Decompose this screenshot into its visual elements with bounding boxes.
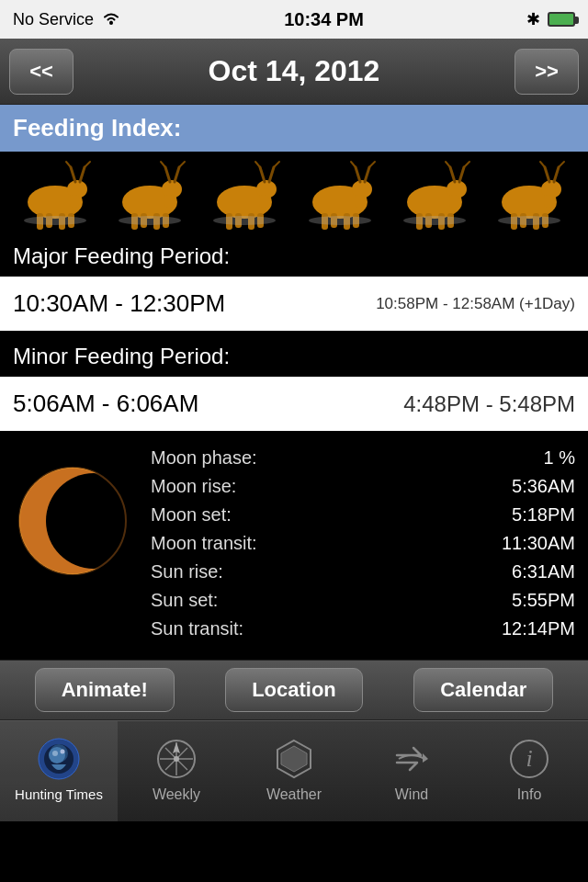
calendar-button[interactable]: Calendar (413, 668, 553, 712)
svg-line-22 (161, 162, 165, 167)
major-period-label: Major Feeding Period: (0, 234, 588, 273)
prev-button[interactable]: << (9, 49, 74, 95)
weather-icon (270, 735, 318, 783)
info-icon: i (505, 735, 553, 783)
tab-wind[interactable]: Wind (353, 721, 470, 821)
svg-point-12 (24, 216, 86, 225)
svg-rect-15 (164, 195, 174, 208)
svg-point-85 (61, 750, 65, 754)
major-period-secondary: 10:58PM - 12:58AM (+1Day) (376, 295, 575, 313)
sun-rise-label: Sun rise: (151, 561, 223, 582)
svg-point-92 (174, 756, 179, 762)
moon-phase-value: 1 % (544, 447, 575, 469)
status-bar: No Service 10:34 PM ✱ (0, 0, 588, 39)
svg-line-69 (554, 167, 559, 182)
sun-set-label: Sun set: (151, 590, 218, 611)
next-button[interactable]: >> (514, 49, 579, 95)
svg-point-36 (213, 216, 276, 225)
deer-icon-3 (205, 156, 288, 230)
status-time: 10:34 PM (284, 9, 364, 30)
moon-transit-label: Moon transit: (151, 533, 257, 554)
svg-line-34 (255, 162, 260, 167)
major-period-box: 10:30AM - 12:30PM 10:58PM - 12:58AM (+1D… (0, 277, 588, 331)
svg-line-20 (165, 167, 170, 182)
svg-rect-63 (544, 195, 553, 208)
deer-icon-6 (490, 156, 572, 230)
nav-title: Oct 14, 2012 (209, 54, 380, 88)
moon-transit-row: Moon transit: 11:30AM (151, 533, 575, 554)
svg-line-35 (274, 162, 279, 167)
feeding-index-bar: Feeding Index: (0, 105, 588, 152)
svg-point-78 (19, 468, 126, 574)
minor-period-secondary: 4:48PM - 5:48PM (403, 391, 575, 417)
moon-rise-label: Moon rise: (151, 476, 236, 497)
tab-info-label: Info (517, 786, 542, 803)
svg-point-60 (403, 216, 466, 225)
svg-line-46 (351, 162, 356, 167)
svg-rect-27 (259, 195, 268, 208)
deer-row (0, 152, 588, 234)
astro-section: Moon phase: 1 % Moon rise: 5:36AM Moon s… (0, 435, 588, 660)
sun-set-row: Sun set: 5:55PM (151, 590, 575, 611)
animate-button[interactable]: Animate! (35, 668, 175, 712)
sun-rise-value: 6:31AM (512, 561, 575, 582)
svg-point-48 (309, 216, 371, 225)
deer-icon-4 (300, 156, 383, 230)
moon-phase-label: Moon phase: (151, 447, 257, 469)
tab-weather[interactable]: Weather (235, 721, 353, 821)
svg-line-71 (559, 162, 564, 167)
nav-bar: << Oct 14, 2012 >> (0, 39, 588, 105)
sun-set-value: 5:55PM (512, 590, 575, 611)
moon-set-row: Moon set: 5:18PM (151, 504, 575, 526)
tab-info[interactable]: i Info (470, 721, 588, 821)
moon-crescent-svg (13, 447, 132, 594)
svg-line-23 (179, 162, 185, 167)
moon-set-label: Moon set: (151, 504, 232, 526)
svg-rect-51 (449, 195, 458, 208)
svg-line-44 (356, 167, 360, 182)
tab-weather-label: Weather (266, 786, 322, 803)
svg-line-11 (85, 162, 90, 167)
sun-transit-label: Sun transit: (151, 618, 243, 639)
svg-line-9 (80, 167, 85, 182)
svg-line-70 (540, 162, 545, 167)
svg-line-58 (446, 162, 450, 167)
moon-set-value: 5:18PM (512, 504, 575, 526)
svg-line-21 (175, 167, 179, 182)
sun-transit-value: 12:14PM (502, 618, 575, 639)
deer-icon-2 (110, 156, 193, 230)
battery-icon (548, 12, 575, 27)
moon-image (13, 447, 132, 594)
toolbar: Animate! Location Calendar (0, 660, 588, 720)
major-period-primary: 10:30AM - 12:30PM (13, 289, 225, 318)
moon-rise-row: Moon rise: 5:36AM (151, 476, 575, 497)
wind-icon (388, 735, 435, 783)
svg-point-24 (119, 216, 181, 225)
moon-transit-value: 11:30AM (502, 533, 575, 554)
minor-period-primary: 5:06AM - 6:06AM (13, 390, 198, 418)
svg-line-45 (365, 167, 369, 182)
weekly-icon (153, 735, 200, 783)
tab-hunting-times[interactable]: Hunting Times (0, 721, 118, 821)
tab-bar: Hunting Times Weekly (0, 720, 588, 821)
svg-line-32 (260, 167, 265, 182)
tab-wind-label: Wind (395, 786, 428, 803)
minor-period-label: Minor Feeding Period: (0, 334, 588, 373)
svg-point-72 (498, 216, 560, 225)
tab-weekly-label: Weekly (153, 786, 200, 803)
location-button[interactable]: Location (225, 668, 363, 712)
carrier-text: No Service (13, 10, 94, 29)
svg-line-59 (464, 162, 469, 167)
deer-icon-1 (16, 156, 98, 230)
minor-period-box: 5:06AM - 6:06AM 4:48PM - 5:48PM (0, 377, 588, 431)
svg-point-84 (52, 751, 58, 756)
tab-hunting-times-label: Hunting Times (15, 786, 103, 802)
tab-weekly[interactable]: Weekly (118, 721, 235, 821)
svg-line-68 (545, 167, 549, 182)
sun-rise-row: Sun rise: 6:31AM (151, 561, 575, 582)
moon-rise-value: 5:36AM (512, 476, 575, 497)
svg-line-33 (269, 167, 274, 182)
main-content: Feeding Index: (0, 105, 588, 660)
hunting-times-icon (35, 735, 83, 783)
svg-point-0 (109, 21, 113, 25)
